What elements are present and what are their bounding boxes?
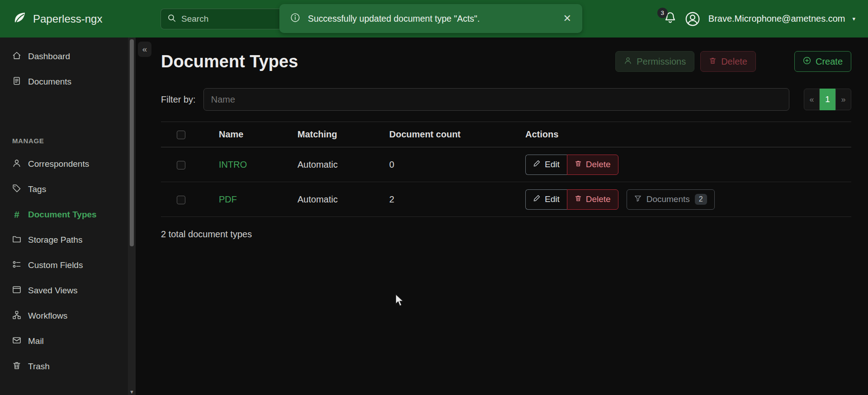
pencil-icon bbox=[533, 160, 541, 169]
person-icon bbox=[12, 159, 21, 170]
sidebar-item-storage-paths[interactable]: Storage Paths bbox=[0, 227, 136, 253]
row-actions: Edit Delete bbox=[525, 189, 618, 210]
sidebar-item-label: Dashboard bbox=[28, 52, 70, 61]
sidebar-item-dashboard[interactable]: Dashboard bbox=[0, 44, 136, 69]
sidebar-item-saved-views[interactable]: Saved Views bbox=[0, 278, 136, 303]
delete-label: Delete bbox=[586, 194, 611, 204]
info-icon bbox=[290, 13, 300, 24]
delete-label: Delete bbox=[721, 56, 747, 67]
scrollbar-down-arrow[interactable]: ▼ bbox=[128, 389, 136, 395]
folder-icon bbox=[12, 235, 21, 246]
user-email[interactable]: Brave.Microphone@ametnes.com bbox=[708, 14, 845, 24]
cell-document-count: 2 bbox=[389, 182, 525, 217]
column-header-name[interactable]: Name bbox=[219, 122, 297, 147]
page-title: Document Types bbox=[161, 52, 298, 71]
create-label: Create bbox=[816, 56, 843, 67]
sidebar-item-label: Custom Fields bbox=[28, 260, 83, 270]
pagination-page-1[interactable]: 1 bbox=[820, 89, 835, 110]
doc-type-link[interactable]: PDF bbox=[219, 194, 237, 204]
toast-notification: Successfully updated document type "Acts… bbox=[279, 4, 582, 33]
sidebar-section-manage: MANAGE bbox=[0, 137, 136, 145]
sidebar-item-label: Documents bbox=[28, 77, 71, 87]
title-row: Document Types Permissions Delete bbox=[161, 51, 851, 72]
row-checkbox[interactable] bbox=[177, 196, 185, 204]
cell-matching: Automatic bbox=[297, 147, 389, 182]
notifications-button[interactable]: 3 bbox=[664, 11, 677, 26]
paperless-logo-icon bbox=[12, 10, 27, 28]
filter-label: Filter by: bbox=[161, 94, 196, 105]
permissions-button[interactable]: Permissions bbox=[615, 51, 694, 72]
doc-type-link[interactable]: INTRO bbox=[219, 160, 247, 169]
delete-button[interactable]: Delete bbox=[700, 51, 756, 72]
cell-document-count: 0 bbox=[389, 147, 525, 182]
app-brand[interactable]: Paperless-ngx bbox=[0, 10, 136, 28]
filter-name-input[interactable] bbox=[203, 88, 789, 111]
avatar[interactable] bbox=[685, 11, 700, 27]
edit-label: Edit bbox=[545, 194, 560, 204]
trash-icon bbox=[575, 160, 582, 169]
sidebar-item-document-types[interactable]: # Document Types bbox=[0, 202, 136, 227]
documents-label: Documents bbox=[646, 194, 690, 204]
edit-label: Edit bbox=[545, 160, 560, 169]
main-content: Document Types Permissions Delete bbox=[143, 38, 868, 395]
sidebar-item-correspondents[interactable]: Correspondents bbox=[0, 151, 136, 177]
funnel-icon bbox=[634, 194, 642, 204]
file-icon bbox=[12, 76, 21, 88]
sidebar: Dashboard Documents MANAGE Correspondent… bbox=[0, 38, 136, 395]
pagination-prev-button[interactable]: « bbox=[804, 89, 820, 110]
page-toolbar: Permissions Delete Create bbox=[615, 51, 851, 72]
radio-list-icon bbox=[12, 260, 21, 271]
sidebar-item-workflows[interactable]: Workflows bbox=[0, 303, 136, 329]
sidebar-nav: Dashboard Documents MANAGE Correspondent… bbox=[0, 38, 136, 379]
column-header-document-count[interactable]: Document count bbox=[389, 122, 525, 147]
delete-row-button[interactable]: Delete bbox=[567, 189, 618, 210]
trash-icon bbox=[575, 194, 582, 204]
sidebar-item-custom-fields[interactable]: Custom Fields bbox=[0, 253, 136, 278]
envelope-icon bbox=[12, 336, 21, 347]
create-button[interactable]: Create bbox=[794, 51, 851, 72]
sidebar-item-documents[interactable]: Documents bbox=[0, 69, 136, 94]
sidebar-item-label: Workflows bbox=[28, 311, 67, 321]
pagination: « 1 » bbox=[804, 89, 851, 110]
sidebar-item-tags[interactable]: Tags bbox=[0, 177, 136, 202]
chevron-down-icon[interactable]: ▾ bbox=[852, 15, 855, 22]
pencil-icon bbox=[533, 194, 541, 204]
sidebar-item-trash[interactable]: Trash bbox=[0, 354, 136, 379]
cell-matching: Automatic bbox=[297, 182, 389, 217]
row-checkbox[interactable] bbox=[177, 161, 185, 169]
sidebar-collapse-button[interactable]: « bbox=[138, 42, 151, 57]
app-title: Paperless-ngx bbox=[33, 13, 102, 25]
window-icon bbox=[12, 285, 21, 296]
notification-badge: 3 bbox=[657, 8, 668, 18]
documents-count-badge: 2 bbox=[695, 194, 707, 205]
toast-message: Successfully updated document type "Acts… bbox=[308, 14, 556, 24]
edit-button[interactable]: Edit bbox=[525, 189, 567, 210]
table-row: PDF Automatic 2 Edit bbox=[161, 182, 851, 217]
permissions-label: Permissions bbox=[637, 56, 686, 67]
edit-button[interactable]: Edit bbox=[525, 155, 567, 175]
boxes-icon bbox=[12, 310, 21, 322]
delete-row-button[interactable]: Delete bbox=[567, 155, 618, 175]
sidebar-item-label: Storage Paths bbox=[28, 235, 82, 245]
top-bar: Paperless-ngx Successfully updated docum… bbox=[0, 0, 868, 38]
sidebar-item-label: Trash bbox=[28, 362, 50, 371]
summary-text: 2 total document types bbox=[161, 229, 851, 240]
trash-icon bbox=[709, 56, 717, 67]
plus-circle-icon bbox=[803, 56, 811, 67]
sidebar-scrollbar[interactable]: ▼ bbox=[128, 38, 136, 395]
document-types-table: Name Matching Document count Actions INT… bbox=[161, 122, 851, 217]
delete-label: Delete bbox=[586, 160, 611, 169]
filter-row: Filter by: « 1 » bbox=[161, 88, 851, 111]
select-all-checkbox[interactable] bbox=[177, 131, 185, 139]
column-header-actions: Actions bbox=[525, 122, 851, 147]
column-header-matching[interactable]: Matching bbox=[297, 122, 389, 147]
close-icon[interactable]: ✕ bbox=[563, 14, 571, 24]
home-icon bbox=[12, 51, 21, 62]
scrollbar-thumb[interactable] bbox=[130, 39, 134, 246]
sidebar-item-label: Mail bbox=[28, 336, 44, 346]
pagination-next-button[interactable]: » bbox=[835, 89, 851, 110]
sidebar-item-label: Document Types bbox=[28, 210, 97, 220]
documents-filter-button[interactable]: Documents 2 bbox=[627, 189, 715, 210]
search-icon bbox=[167, 14, 176, 24]
sidebar-item-mail[interactable]: Mail bbox=[0, 329, 136, 354]
